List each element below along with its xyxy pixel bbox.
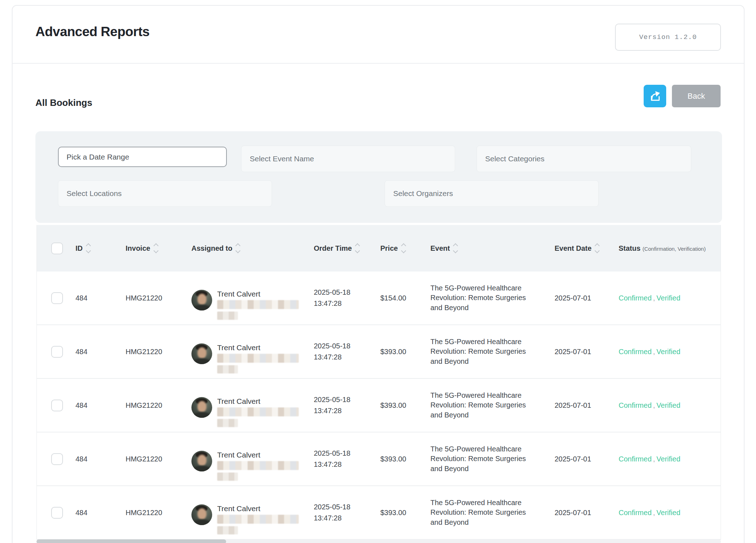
chevron-up-icon	[595, 243, 600, 248]
chevron-up-icon	[86, 243, 91, 248]
assigned-person-name: Trent Calvert	[217, 397, 299, 406]
event-title: The 5G-Powered Healthcare Revolution: Re…	[430, 444, 528, 474]
table-row: 484 HMG21220 Trent Calvert 2025-05-18 13…	[37, 325, 721, 379]
header-invoice: Invoice	[126, 244, 150, 253]
avatar-face	[197, 455, 206, 466]
status-confirmed: Confirmed	[619, 509, 652, 517]
redacted-text-line1	[217, 300, 299, 309]
avatar-face	[197, 508, 206, 519]
status-separator: ,	[652, 348, 657, 356]
header-event-date: Event Date	[555, 244, 591, 253]
select-all-checkbox[interactable]	[51, 243, 63, 254]
chevron-up-icon	[453, 243, 458, 248]
sort-id-control[interactable]	[87, 244, 90, 253]
status-verified: Verified	[657, 294, 681, 302]
price-value: $393.00	[380, 401, 406, 410]
page-title: Advanced Reports	[35, 24, 150, 39]
price-value: $154.00	[380, 294, 406, 302]
avatar-shoulders	[193, 305, 211, 310]
locations-placeholder: Select Locations	[67, 189, 122, 198]
status-verified: Verified	[657, 509, 681, 517]
sort-event-date-control[interactable]	[595, 244, 599, 253]
event-title: The 5G-Powered Healthcare Revolution: Re…	[430, 337, 528, 367]
table-row: 484 HMG21220 Trent Calvert 2025-05-18 13…	[37, 432, 721, 486]
chevron-down-icon	[355, 248, 360, 253]
categories-placeholder: Select Categories	[485, 155, 545, 163]
invoice-number: HMG21220	[126, 509, 162, 517]
avatar-face	[197, 401, 206, 412]
table-header-row: ID Invoice Assigned to Order Time Price …	[37, 225, 721, 272]
invoice-number: HMG21220	[126, 401, 162, 410]
status-confirmed: Confirmed	[619, 401, 652, 409]
header-assigned-to: Assigned to	[191, 244, 232, 253]
chevron-up-icon	[401, 243, 406, 248]
avatar-face	[197, 294, 206, 305]
redacted-text-line1	[217, 354, 299, 363]
price-value: $393.00	[380, 348, 406, 356]
status-verified: Verified	[657, 401, 681, 409]
order-date: 2025-05-18	[314, 448, 350, 459]
sort-event-control[interactable]	[454, 244, 457, 253]
row-checkbox[interactable]	[51, 292, 63, 304]
order-time: 13:47:28	[314, 459, 350, 470]
sort-price-control[interactable]	[402, 244, 405, 253]
chevron-up-icon	[235, 243, 240, 248]
event-name-select[interactable]: Select Event Name	[241, 146, 455, 172]
order-date: 2025-05-18	[314, 502, 350, 513]
order-date: 2025-05-18	[314, 287, 350, 298]
status-confirmed: Confirmed	[619, 455, 652, 463]
chevron-up-icon	[153, 243, 158, 248]
invoice-number: HMG21220	[126, 348, 162, 356]
sort-assigned-control[interactable]	[236, 244, 240, 253]
redacted-text-line2	[217, 526, 238, 534]
assigned-person-name: Trent Calvert	[217, 504, 299, 513]
order-time: 13:47:28	[314, 513, 350, 524]
avatar	[191, 504, 212, 525]
row-checkbox[interactable]	[51, 400, 63, 411]
avatar	[191, 397, 212, 418]
export-share-arrow-icon	[649, 90, 662, 103]
assigned-person-name: Trent Calvert	[217, 290, 299, 298]
card-header: Advanced Reports Version 1.2.0	[13, 6, 744, 64]
redacted-text-line2	[217, 312, 238, 320]
back-button[interactable]: Back	[672, 85, 721, 107]
row-checkbox[interactable]	[51, 453, 63, 465]
avatar	[191, 451, 212, 471]
avatar	[191, 290, 212, 310]
version-badge: Version 1.2.0	[615, 24, 721, 51]
event-title: The 5G-Powered Healthcare Revolution: Re…	[430, 498, 528, 528]
header-status: Status	[619, 244, 640, 252]
table-row: 484 HMG21220 Trent Calvert 2025-05-18 13…	[37, 379, 721, 432]
status-separator: ,	[652, 294, 657, 302]
price-value: $393.00	[380, 509, 406, 517]
sort-order-time-control[interactable]	[356, 244, 359, 253]
status-separator: ,	[652, 455, 657, 463]
booking-id: 484	[75, 294, 87, 302]
organizers-select[interactable]: Select Organizers	[385, 180, 599, 207]
locations-select[interactable]: Select Locations	[58, 180, 272, 207]
date-range-input[interactable]	[58, 147, 227, 167]
avatar-face	[197, 347, 206, 358]
order-date: 2025-05-18	[314, 394, 350, 405]
table-row: 484 HMG21220 Trent Calvert 2025-05-18 13…	[37, 486, 721, 540]
assigned-person-name: Trent Calvert	[217, 451, 299, 459]
export-button[interactable]	[644, 85, 666, 107]
row-checkbox[interactable]	[51, 346, 63, 358]
status-confirmed: Confirmed	[619, 348, 652, 356]
status-separator: ,	[652, 509, 657, 517]
chevron-down-icon	[595, 248, 600, 253]
horizontal-scrollbar-thumb[interactable]	[36, 539, 226, 543]
status-confirmed: Confirmed	[619, 294, 652, 302]
section-title: All Bookings	[35, 97, 92, 108]
table-body: 484 HMG21220 Trent Calvert 2025-05-18 13…	[37, 272, 721, 540]
sort-invoice-control[interactable]	[154, 244, 158, 253]
redacted-text-line2	[217, 419, 238, 427]
invoice-number: HMG21220	[126, 294, 162, 302]
header-status-note: (Confirmation, Verification)	[643, 246, 706, 252]
categories-select[interactable]: Select Categories	[477, 146, 691, 172]
row-checkbox[interactable]	[51, 507, 63, 519]
redacted-text-line2	[217, 473, 238, 481]
order-date: 2025-05-18	[314, 341, 350, 352]
redacted-text-line2	[217, 365, 238, 373]
chevron-down-icon	[86, 248, 91, 253]
